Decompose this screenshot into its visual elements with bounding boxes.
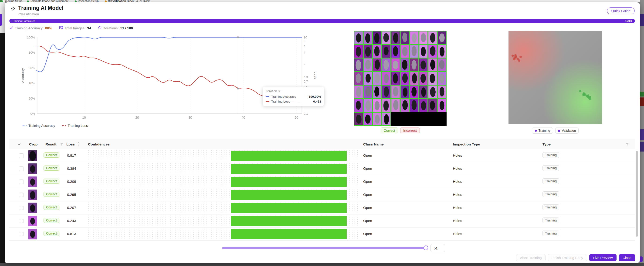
crop-grid-cell[interactable] <box>428 85 437 99</box>
crop-grid-cell[interactable] <box>363 31 372 45</box>
crop-grid-cell[interactable] <box>419 72 428 85</box>
crop-grid-cell[interactable] <box>372 58 382 72</box>
crop-thumbnail[interactable] <box>28 163 37 174</box>
scatter-point-red[interactable] <box>512 55 514 57</box>
crop-grid-cell[interactable] <box>437 58 446 72</box>
crop-grid-cell[interactable] <box>400 85 410 99</box>
row-checkbox[interactable] <box>19 166 24 171</box>
legend-item-training-loss[interactable]: Training Loss <box>62 124 88 128</box>
crop-grid-cell[interactable] <box>372 85 382 99</box>
crop-grid-cell[interactable] <box>410 99 419 112</box>
crop-thumbnail[interactable] <box>28 189 37 200</box>
training-legend-button[interactable]: Training <box>532 128 553 134</box>
crop-grid-cell[interactable] <box>372 72 382 85</box>
validation-legend-button[interactable]: Validation <box>555 128 578 134</box>
crop-grid-cell[interactable] <box>382 112 391 126</box>
scatter-point-red[interactable] <box>520 56 522 58</box>
crop-grid-cell[interactable] <box>419 58 428 72</box>
crop-grid-cell[interactable] <box>400 31 410 45</box>
crop-grid-cell[interactable] <box>363 58 372 72</box>
crop-grid-cell[interactable] <box>400 58 410 72</box>
crop-grid-cell[interactable] <box>382 99 391 112</box>
quick-guide-button[interactable]: Quick Guide <box>607 8 635 14</box>
crop-grid-cell[interactable] <box>382 31 391 45</box>
crop-grid-cell[interactable] <box>428 72 437 85</box>
header-loss[interactable]: Loss <box>66 139 75 149</box>
crop-grid-cell[interactable] <box>391 72 400 85</box>
crop-grid-cell[interactable] <box>437 45 446 58</box>
crop-grid-cell[interactable] <box>391 45 400 58</box>
filter-icon[interactable] <box>60 143 63 147</box>
crop-grid-cell[interactable] <box>428 99 437 112</box>
row-checkbox[interactable] <box>19 232 24 236</box>
crop-grid-cell[interactable] <box>391 85 400 99</box>
crop-grid-cell[interactable] <box>437 99 446 112</box>
crop-thumbnail[interactable] <box>28 176 37 187</box>
crop-grid-cell[interactable] <box>419 99 428 112</box>
crop-grid-cell[interactable] <box>400 45 410 58</box>
training-metrics-chart[interactable]: 10203040500%20%40%60%80%100%1086420.90.7… <box>9 35 321 128</box>
crop-grid-cell[interactable] <box>437 85 446 99</box>
sort-icon[interactable] <box>78 142 80 147</box>
crop-grid-cell[interactable] <box>428 31 437 45</box>
iteration-input[interactable] <box>430 244 445 252</box>
crop-grid-cell[interactable] <box>382 85 391 99</box>
crop-grid-cell[interactable] <box>410 31 419 45</box>
crop-grid-cell[interactable] <box>437 72 446 85</box>
correct-filter-button[interactable]: Correct <box>381 128 398 133</box>
crop-grid-cell[interactable] <box>372 45 382 58</box>
row-checkbox[interactable] <box>19 153 24 158</box>
table-row[interactable]: Correct 0.209 Open Holes Training <box>9 175 635 188</box>
close-button[interactable]: Close <box>619 254 635 261</box>
crop-grid-cell[interactable] <box>382 58 391 72</box>
crop-grid-cell[interactable] <box>354 31 363 45</box>
crop-grid-cell[interactable] <box>354 45 363 58</box>
embedding-scatter-plot[interactable] <box>508 31 602 124</box>
crop-thumbnail[interactable] <box>28 216 37 226</box>
crop-thumbnail[interactable] <box>28 150 37 161</box>
crop-grid-cell[interactable] <box>372 112 382 126</box>
table-row[interactable]: Correct 0.295 Open Holes Training <box>9 188 635 201</box>
crop-grid-cell[interactable] <box>410 72 419 85</box>
table-row[interactable]: Correct 0.207 Open Holes Training <box>9 201 635 214</box>
crop-grid-cell[interactable] <box>428 45 437 58</box>
collapse-chevron-icon[interactable] <box>18 139 21 149</box>
crop-grid-cell[interactable] <box>400 99 410 112</box>
crop-grid-cell[interactable] <box>354 112 363 126</box>
live-preview-button[interactable]: Live Preview <box>589 254 616 261</box>
crop-grid-cell[interactable] <box>391 31 400 45</box>
scatter-point-green[interactable] <box>588 97 590 99</box>
crop-grid-cell[interactable] <box>410 85 419 99</box>
crop-grid-cell[interactable] <box>354 72 363 85</box>
crop-grid-cell[interactable] <box>372 99 382 112</box>
crop-grid-cell[interactable] <box>410 58 419 72</box>
crop-grid-cell[interactable] <box>372 31 382 45</box>
table-row[interactable]: Correct 0.813 Open Holes Training <box>9 227 635 240</box>
row-checkbox[interactable] <box>19 206 24 210</box>
crop-grid-cell[interactable] <box>354 58 363 72</box>
crop-grid-cell[interactable] <box>382 45 391 58</box>
scatter-point-green[interactable] <box>579 90 581 92</box>
crop-thumbnail[interactable] <box>28 203 37 213</box>
scatter-point-red[interactable] <box>514 56 517 58</box>
table-row[interactable]: Correct 0.243 Open Holes Training <box>9 214 635 227</box>
crop-grid-cell[interactable] <box>363 99 372 112</box>
crop-grid-cell[interactable] <box>354 85 363 99</box>
incorrect-filter-button[interactable]: Incorrect <box>400 128 420 133</box>
iteration-slider-handle[interactable] <box>424 245 428 250</box>
crop-grid-cell[interactable] <box>363 85 372 99</box>
scatter-point-red[interactable] <box>518 60 520 62</box>
crop-grid-cell[interactable] <box>419 85 428 99</box>
crop-grid-cell[interactable] <box>437 31 446 45</box>
row-checkbox[interactable] <box>19 193 24 197</box>
scatter-point-red[interactable] <box>513 58 516 60</box>
crop-grid-cell[interactable] <box>391 99 400 112</box>
crop-grid-cell[interactable] <box>354 99 363 112</box>
row-checkbox[interactable] <box>19 219 24 223</box>
crop-grid-cell[interactable] <box>419 45 428 58</box>
table-row[interactable]: Correct 0.384 Open Holes Training <box>9 162 635 175</box>
crop-grid-cell[interactable] <box>363 72 372 85</box>
crop-grid-cell[interactable] <box>363 112 372 126</box>
table-scrollbar[interactable] <box>636 151 638 237</box>
row-checkbox[interactable] <box>19 179 24 184</box>
